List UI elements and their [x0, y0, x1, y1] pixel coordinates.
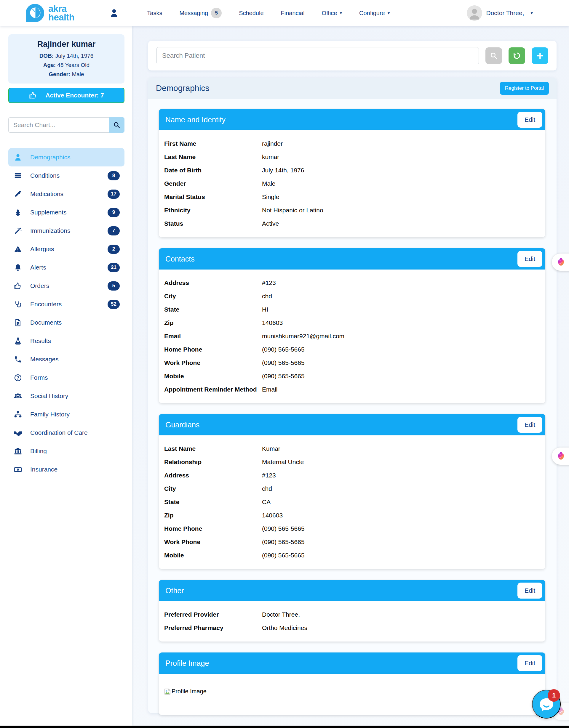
- chevron-down-icon: ▾: [340, 10, 342, 16]
- avatar: [467, 5, 482, 21]
- patient-sidebar: Rajinder kumar DOB: July 14th, 1976 Age:…: [0, 26, 132, 726]
- section-contacts: Contacts Edit Address#123 Citychd StateH…: [159, 248, 545, 403]
- thumbs-up-icon: [29, 91, 37, 100]
- count-badge: 2: [108, 245, 120, 254]
- count-badge: 17: [108, 190, 120, 199]
- sidebar-item-immunizations[interactable]: Immunizations 7: [8, 222, 124, 240]
- warning-triangle-icon: [13, 245, 23, 253]
- ai-assistant-button[interactable]: [552, 254, 569, 271]
- edit-contacts-button[interactable]: Edit: [517, 251, 542, 267]
- demographics-panel-header: Demographics Register to Portal: [148, 78, 557, 99]
- search-patient-button[interactable]: [485, 47, 502, 64]
- demographics-panel: Demographics Register to Portal Name and…: [148, 78, 557, 713]
- chart-nav: Demographics Conditions 8 Medications 17…: [8, 148, 124, 479]
- active-encounter-button[interactable]: Active Encounter: 7: [8, 88, 124, 103]
- search-icon: [490, 52, 498, 60]
- messaging-count-badge: 5: [211, 8, 222, 18]
- field-row: Citychd: [164, 289, 539, 303]
- ai-assistant-button[interactable]: [552, 448, 569, 465]
- thumbs-up-icon: [13, 282, 23, 290]
- section-header: Profile Image Edit: [159, 652, 545, 674]
- count-badge: 21: [108, 263, 120, 272]
- field-row: Address#123: [164, 469, 539, 482]
- section-profile-image: Profile Image Edit Profile Image: [159, 652, 545, 715]
- add-patient-button[interactable]: +: [532, 47, 548, 64]
- sidebar-item-medications[interactable]: Medications 17: [8, 185, 124, 203]
- field-row: Work Phone(090) 565-5665: [164, 535, 539, 549]
- field-row: Zip140603: [164, 509, 539, 522]
- user-menu[interactable]: Doctor Three, ▾: [467, 5, 533, 21]
- plus-icon: +: [537, 50, 543, 61]
- sidebar-item-billing[interactable]: Billing: [8, 442, 124, 460]
- nav-schedule[interactable]: Schedule: [230, 10, 272, 17]
- edit-name-identity-button[interactable]: Edit: [517, 112, 542, 128]
- sidebar-item-conditions[interactable]: Conditions 8: [8, 166, 124, 185]
- sidebar-item-demographics[interactable]: Demographics: [8, 148, 124, 166]
- edit-guardians-button[interactable]: Edit: [517, 417, 542, 433]
- sidebar-item-forms[interactable]: Forms: [8, 368, 124, 387]
- count-badge: 8: [108, 171, 120, 180]
- sidebar-item-family-history[interactable]: Family History: [8, 405, 124, 424]
- chevron-down-icon: ▾: [388, 10, 390, 16]
- sidebar-item-messages[interactable]: Messages: [8, 350, 124, 368]
- field-row: Preferred PharmacyOrtho Medicines: [164, 621, 539, 634]
- nav-messaging[interactable]: Messaging 5: [171, 8, 230, 18]
- nav-tasks[interactable]: Tasks: [138, 10, 171, 17]
- sidebar-item-results[interactable]: Results: [8, 332, 124, 350]
- field-row: Citychd: [164, 482, 539, 495]
- sidebar-item-allergies[interactable]: Allergies 2: [8, 240, 124, 258]
- sidebar-item-orders[interactable]: Orders 5: [8, 277, 124, 295]
- nav-financial[interactable]: Financial: [272, 10, 313, 17]
- edit-other-button[interactable]: Edit: [517, 583, 542, 599]
- field-row: Mobile(090) 565-5665: [164, 549, 539, 562]
- top-navbar: akra health Tasks Messaging 5 Schedule F…: [0, 0, 569, 26]
- bell-icon: [13, 264, 23, 272]
- question-circle-icon: [13, 374, 23, 382]
- section-body: First Namerajinder Last Namekumar Date o…: [159, 130, 545, 237]
- search-chart-button[interactable]: [109, 117, 124, 133]
- sidebar-item-documents[interactable]: Documents: [8, 313, 124, 332]
- broken-image-icon: [164, 688, 171, 695]
- field-row: Work Phone(090) 565-5665: [164, 356, 539, 369]
- patient-age: Age: 48 Years Old: [11, 60, 122, 70]
- nav-configure[interactable]: Configure ▾: [351, 10, 398, 17]
- field-row: RelationshipMaternal Uncle: [164, 455, 539, 469]
- user-name: Doctor Three,: [486, 9, 524, 17]
- search-chart-input[interactable]: [8, 117, 109, 133]
- search-patient-input[interactable]: [156, 47, 479, 64]
- register-to-portal-button[interactable]: Register to Portal: [500, 82, 549, 95]
- document-icon: [13, 319, 23, 327]
- section-other: Other Edit Preferred ProviderDoctor Thre…: [159, 580, 545, 642]
- handshake-icon: [13, 429, 23, 437]
- edit-profile-image-button[interactable]: Edit: [517, 655, 542, 671]
- sidebar-item-alerts[interactable]: Alerts 21: [8, 258, 124, 277]
- sidebar-item-social-history[interactable]: Social History: [8, 387, 124, 405]
- money-bill-icon: [13, 466, 23, 474]
- field-row: Last Namekumar: [164, 150, 539, 163]
- bottom-bar: [0, 726, 569, 728]
- field-row: Home Phone(090) 565-5665: [164, 343, 539, 356]
- sidebar-item-insurance[interactable]: Insurance: [8, 460, 124, 479]
- section-name-and-identity: Name and Identity Edit First Namerajinde…: [159, 109, 545, 237]
- field-row: Home Phone(090) 565-5665: [164, 522, 539, 535]
- field-row: StateHI: [164, 303, 539, 316]
- history-undo-icon: [513, 52, 521, 60]
- section-body: Preferred ProviderDoctor Three, Preferre…: [159, 601, 545, 642]
- section-header: Other Edit: [159, 580, 545, 601]
- demographics-sections: Name and Identity Edit First Namerajinde…: [148, 99, 557, 715]
- phone-icon: [13, 355, 23, 363]
- person-icon: [13, 153, 23, 161]
- section-header: Contacts Edit: [159, 248, 545, 270]
- reset-search-button[interactable]: [509, 47, 525, 64]
- sidebar-item-encounters[interactable]: Encounters 52: [8, 295, 124, 313]
- sidebar-item-coordination-of-care[interactable]: Coordination of Care: [8, 424, 124, 442]
- brain-icon: [556, 451, 566, 461]
- patient-search-card: +: [148, 41, 557, 70]
- patient-chart-icon[interactable]: [109, 8, 119, 18]
- sidebar-item-supplements[interactable]: Supplements 9: [8, 203, 124, 222]
- patient-dob: DOB: July 14th, 1976: [11, 51, 122, 60]
- section-header: Guardians Edit: [159, 414, 545, 435]
- brand-logo[interactable]: akra health: [25, 3, 74, 23]
- chart-search: [8, 117, 124, 133]
- nav-office[interactable]: Office ▾: [313, 10, 351, 17]
